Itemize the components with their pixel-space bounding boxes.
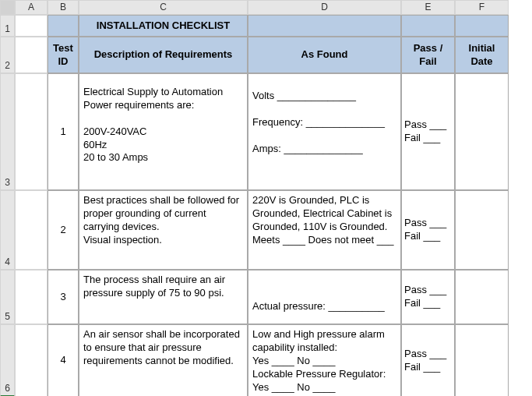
col-header-b[interactable]: B [48, 0, 79, 15]
cell-b1[interactable] [48, 15, 79, 37]
cell-testid-1[interactable]: 1 [48, 73, 79, 190]
cell-testid-2[interactable]: 2 [48, 190, 79, 270]
row-header-5[interactable]: 5 [0, 270, 15, 324]
cell-a1[interactable] [15, 15, 48, 37]
cell-e1[interactable] [401, 15, 455, 37]
col-header-e[interactable]: E [401, 0, 455, 15]
cell-a3[interactable] [15, 73, 48, 190]
row-header-6[interactable]: 6 [0, 324, 15, 396]
col-header-f[interactable]: F [455, 0, 509, 15]
header-asfound[interactable]: As Found [248, 37, 401, 73]
cell-a6[interactable] [15, 324, 48, 396]
cell-title[interactable]: INSTALLATION CHECKLIST [79, 15, 248, 37]
row-header-2[interactable]: 2 [0, 37, 15, 73]
col-header-d[interactable]: D [248, 0, 401, 15]
select-all-corner[interactable] [0, 0, 15, 15]
cell-a5[interactable] [15, 270, 48, 324]
cell-asfound-4[interactable]: Low and High pressure alarm capability i… [248, 324, 401, 396]
col-header-a[interactable]: A [15, 0, 48, 15]
row-header-4[interactable]: 4 [0, 190, 15, 270]
row-header-3[interactable]: 3 [0, 73, 15, 190]
cell-asfound-2[interactable]: 220V is Grounded, PLC is Grounded, Elect… [248, 190, 401, 270]
cell-asfound-3[interactable]: Actual pressure: __________ [248, 270, 401, 324]
cell-a2[interactable] [15, 37, 48, 73]
cell-testid-4[interactable]: 4 [48, 324, 79, 396]
cell-asfound-1[interactable]: Volts ______________ Frequency: ________… [248, 73, 401, 190]
cell-a4[interactable] [15, 190, 48, 270]
cell-desc-2[interactable]: Best practices shall be followed for pro… [79, 190, 248, 270]
spreadsheet: A B C D E F 1 INSTALLATION CHECKLIST 2 T… [0, 0, 509, 396]
cell-initialdate-1[interactable] [455, 73, 509, 190]
cell-initialdate-2[interactable] [455, 190, 509, 270]
header-description[interactable]: Description of Requirements [79, 37, 248, 73]
cell-passfail-3[interactable]: Pass ___ Fail ___ [401, 270, 455, 324]
header-initialdate[interactable]: Initial Date [455, 37, 509, 73]
cell-f1[interactable] [455, 15, 509, 37]
cell-testid-3[interactable]: 3 [48, 270, 79, 324]
header-testid[interactable]: Test ID [48, 37, 79, 73]
cell-d1[interactable] [248, 15, 401, 37]
cell-passfail-2[interactable]: Pass ___ Fail ___ [401, 190, 455, 270]
cell-desc-4[interactable]: An air sensor shall be incorporated to e… [79, 324, 248, 396]
cell-passfail-1[interactable]: Pass ___ Fail ___ [401, 73, 455, 190]
col-header-c[interactable]: C [79, 0, 248, 15]
cell-initialdate-4[interactable] [455, 324, 509, 396]
header-passfail[interactable]: Pass / Fail [401, 37, 455, 73]
cell-desc-3[interactable]: The process shall require an air pressur… [79, 270, 248, 324]
cell-passfail-4[interactable]: Pass ___ Fail ___ [401, 324, 455, 396]
row-header-1[interactable]: 1 [0, 15, 15, 37]
cell-initialdate-3[interactable] [455, 270, 509, 324]
cell-desc-1[interactable]: Electrical Supply to Automation Power re… [79, 73, 248, 190]
